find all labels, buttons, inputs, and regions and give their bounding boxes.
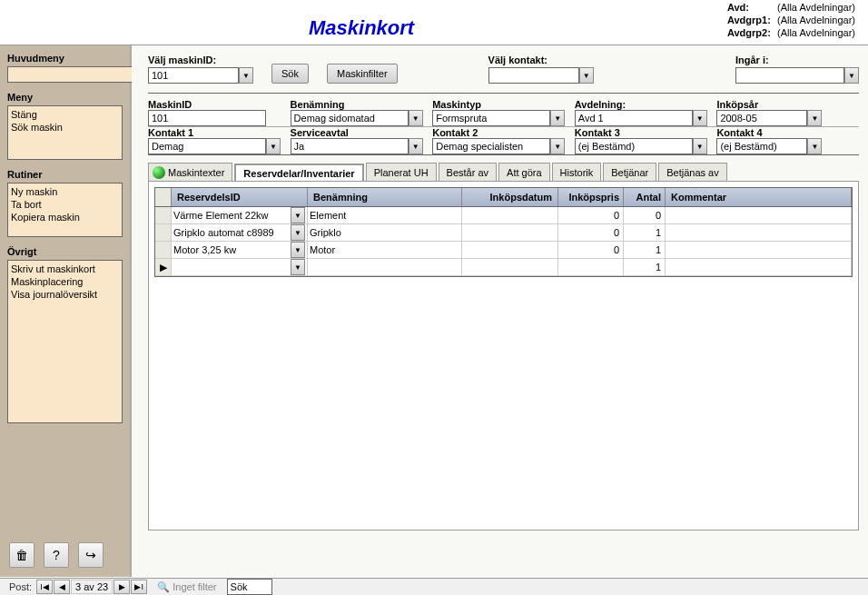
cell-comment[interactable] xyxy=(666,207,852,223)
cell-date[interactable] xyxy=(462,242,558,258)
th-qty[interactable]: Antal xyxy=(624,188,666,206)
tab-planerat[interactable]: Planerat UH xyxy=(366,163,437,182)
ingar-dropdown[interactable]: ▼ xyxy=(844,67,859,84)
tab-betjanar[interactable]: Betjänar xyxy=(603,163,656,182)
k3-input[interactable] xyxy=(575,138,693,154)
row-selector[interactable] xyxy=(155,207,172,223)
ovrigt-item-skrivut[interactable]: Skriv ut maskinkort xyxy=(10,263,120,275)
cell-date[interactable] xyxy=(462,259,558,275)
table-row[interactable]: Värme Element 22kw▼Element00 xyxy=(155,207,852,224)
ovrigt-item-placering[interactable]: Maskinplacering xyxy=(10,275,120,288)
ovrigt-item-journal[interactable]: Visa journalöversikt xyxy=(10,288,120,301)
table-row[interactable]: Motor 3,25 kw▼Motor01 xyxy=(155,242,852,259)
tab-attgora[interactable]: Att göra xyxy=(498,163,550,182)
serv-dropdown[interactable]: ▼ xyxy=(409,138,423,154)
typ-input[interactable] xyxy=(432,110,550,126)
k3-dropdown[interactable]: ▼ xyxy=(693,138,707,154)
tab-maskintexter[interactable]: Maskintexter xyxy=(148,163,232,182)
cell-date[interactable] xyxy=(462,224,558,241)
th-price[interactable]: Inköpspris xyxy=(558,188,624,206)
cell-name[interactable] xyxy=(308,259,462,275)
serv-input[interactable] xyxy=(291,138,409,154)
cell-name[interactable]: Motor xyxy=(308,242,462,258)
rutiner-list: Ny maskin Ta bort Kopiera maskin xyxy=(7,183,123,237)
sok-button[interactable]: Sök xyxy=(271,64,309,84)
huvudmeny-input[interactable] xyxy=(7,66,134,83)
cell-id[interactable]: ▼ xyxy=(172,259,308,275)
exit-icon[interactable]: ↪ xyxy=(78,542,104,568)
cell-name[interactable]: Element xyxy=(308,207,462,223)
nav-prev-icon[interactable]: ◀ xyxy=(54,580,70,594)
cell-price[interactable] xyxy=(558,259,624,275)
content: Välj maskinID: ▼ Sök Maskinfilter Välj k… xyxy=(132,45,868,577)
cell-price[interactable]: 0 xyxy=(558,207,624,223)
maskinfilter-button[interactable]: Maskinfilter xyxy=(327,64,398,84)
th-date[interactable]: Inköpsdatum xyxy=(462,188,558,206)
cell-id[interactable]: Värme Element 22kw▼ xyxy=(172,207,308,223)
typ-dropdown[interactable]: ▼ xyxy=(550,110,565,126)
cell-id-dropdown[interactable]: ▼ xyxy=(291,224,305,241)
cell-date[interactable] xyxy=(462,207,558,223)
help-icon[interactable]: ? xyxy=(44,542,69,568)
rutiner-item-ny[interactable]: Ny maskin xyxy=(10,185,120,198)
inkop-dropdown[interactable]: ▼ xyxy=(807,110,822,126)
cell-id[interactable]: Motor 3,25 kw▼ xyxy=(172,242,308,258)
nav-last-icon[interactable]: ▶I xyxy=(131,580,147,594)
benamn-input[interactable] xyxy=(291,110,409,126)
avd-dropdown[interactable]: ▼ xyxy=(693,110,707,126)
cell-id-dropdown[interactable]: ▼ xyxy=(291,242,305,258)
row-selector[interactable] xyxy=(155,242,172,258)
k2-dropdown[interactable]: ▼ xyxy=(550,138,565,154)
th-comment[interactable]: Kommentar xyxy=(666,188,852,206)
valj-kontakt-input[interactable] xyxy=(488,67,579,84)
tab-label: Maskintexter xyxy=(168,167,224,178)
ingar-input[interactable] xyxy=(735,67,844,84)
cell-qty[interactable]: 1 xyxy=(624,259,666,275)
maskinid-input[interactable] xyxy=(148,110,266,126)
valj-kontakt-label: Välj kontakt: xyxy=(488,55,594,65)
valj-maskin-input[interactable] xyxy=(148,67,239,84)
th-id[interactable]: ReservdelsID xyxy=(172,188,308,206)
k1-dropdown[interactable]: ▼ xyxy=(266,138,281,154)
cell-qty[interactable]: 0 xyxy=(624,207,666,223)
valj-maskin-dropdown[interactable]: ▼ xyxy=(239,67,253,84)
tab-historik[interactable]: Historik xyxy=(552,163,602,182)
row-selector[interactable]: ▶ xyxy=(155,259,172,275)
cell-id-dropdown[interactable]: ▼ xyxy=(291,207,305,223)
status-search-input[interactable] xyxy=(227,579,272,595)
meny-item-stang[interactable]: Stäng xyxy=(10,108,120,121)
meny-item-sok[interactable]: Sök maskin xyxy=(10,121,120,134)
tab-reservdelar[interactable]: Reservdelar/Inventarier xyxy=(234,164,363,183)
table-row[interactable]: Gripklo automat c8989▼Gripklo01 xyxy=(155,224,852,242)
k4-label: Kontakt 4 xyxy=(716,127,859,138)
cell-price[interactable]: 0 xyxy=(558,224,624,241)
k4-dropdown[interactable]: ▼ xyxy=(807,138,822,154)
k4-input[interactable] xyxy=(716,138,807,154)
cell-price[interactable]: 0 xyxy=(558,242,624,258)
rutiner-item-kopiera[interactable]: Kopiera maskin xyxy=(10,211,120,223)
valj-kontakt-dropdown[interactable]: ▼ xyxy=(579,67,594,84)
nav-next-icon[interactable]: ▶ xyxy=(113,580,130,594)
k1-input[interactable] xyxy=(148,138,266,154)
inkop-input[interactable] xyxy=(716,110,807,126)
row-selector[interactable] xyxy=(155,224,172,241)
cell-id-dropdown[interactable]: ▼ xyxy=(291,259,305,275)
cell-comment[interactable] xyxy=(666,259,852,275)
th-name[interactable]: Benämning xyxy=(308,188,462,206)
trash-icon[interactable]: 🗑 xyxy=(9,542,35,568)
table-row[interactable]: ▶▼1 xyxy=(155,259,852,276)
cell-qty[interactable]: 1 xyxy=(624,242,666,258)
tab-betjanasav[interactable]: Betjänas av xyxy=(658,163,726,182)
benamn-dropdown[interactable]: ▼ xyxy=(409,110,423,126)
cell-comment[interactable] xyxy=(666,242,852,258)
avd-input[interactable] xyxy=(575,110,693,126)
rutiner-item-tabort[interactable]: Ta bort xyxy=(10,198,120,211)
cell-comment[interactable] xyxy=(666,224,852,241)
k2-input[interactable] xyxy=(432,138,550,154)
nav-first-icon[interactable]: I◀ xyxy=(36,580,53,594)
cell-qty[interactable]: 1 xyxy=(624,224,666,241)
tab-bestar[interactable]: Består av xyxy=(439,163,497,182)
cell-name[interactable]: Gripklo xyxy=(308,224,462,241)
avdgrp1-label: Avdgrp1: xyxy=(727,15,774,25)
cell-id[interactable]: Gripklo automat c8989▼ xyxy=(172,224,308,241)
